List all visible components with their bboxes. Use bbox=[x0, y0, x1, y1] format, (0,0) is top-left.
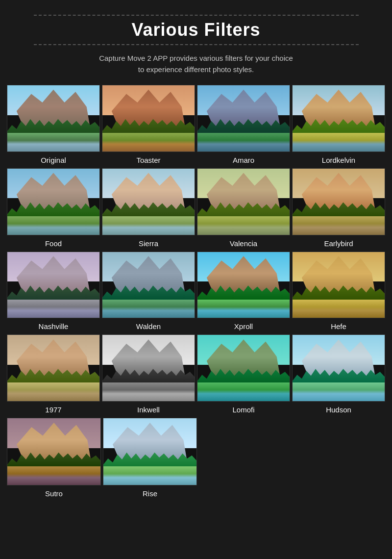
filter-thumbnail-hefe bbox=[292, 252, 385, 319]
filter-label-1977: 1977 bbox=[7, 402, 100, 418]
filter-grid-row4: 1977 Inkwell L bbox=[5, 334, 387, 418]
filter-label-earlybird: Earlybird bbox=[292, 235, 385, 252]
subtitle: Capture Move 2 APP provides various filt… bbox=[5, 53, 387, 75]
scene-valencia bbox=[197, 169, 290, 235]
filter-label-valencia: Valencia bbox=[197, 235, 290, 252]
ground-toaster bbox=[102, 133, 195, 152]
filter-item-nashville: Nashville bbox=[7, 252, 100, 335]
filter-item-sierra: Sierra bbox=[102, 168, 195, 252]
filter-item-lomofi: Lomofi bbox=[197, 334, 290, 418]
scene-1977 bbox=[7, 335, 99, 401]
filter-label-toaster: Toaster bbox=[102, 152, 195, 168]
filter-thumbnail-sierra bbox=[102, 168, 195, 235]
filter-label-lomofi: Lomofi bbox=[197, 402, 290, 418]
filter-thumbnail-amaro bbox=[197, 85, 290, 152]
filter-grid-row3: Nashville Walden bbox=[5, 252, 387, 335]
page-container: Various Filters Capture Move 2 APP provi… bbox=[0, 0, 392, 516]
filter-thumbnail-nashville bbox=[7, 252, 100, 319]
filter-thumbnail-rise bbox=[103, 418, 197, 485]
header-section: Various Filters Capture Move 2 APP provi… bbox=[5, 15, 387, 75]
filter-label-food: Food bbox=[7, 235, 100, 252]
ground-lordkelvin bbox=[293, 133, 385, 152]
scene-amaro bbox=[197, 85, 290, 152]
ground-hefe bbox=[293, 300, 385, 318]
filter-item-toaster: Toaster bbox=[102, 85, 195, 168]
ground-amaro bbox=[197, 133, 290, 152]
filter-item-original: Original bbox=[7, 85, 100, 168]
scene-hudson bbox=[293, 335, 385, 401]
ground-original bbox=[7, 133, 99, 152]
filter-thumbnail-hudson bbox=[292, 334, 385, 402]
scene-inkwell bbox=[102, 335, 195, 401]
ground-rise bbox=[103, 466, 196, 485]
filter-thumbnail-valencia bbox=[197, 168, 290, 235]
scene-toaster bbox=[102, 85, 195, 152]
ground-xproll bbox=[197, 300, 290, 318]
filter-label-original: Original bbox=[7, 152, 100, 168]
filter-thumbnail-sutro bbox=[7, 418, 101, 485]
scene-lomofi bbox=[197, 335, 290, 401]
filter-thumbnail-inkwell bbox=[102, 334, 195, 402]
ground-walden bbox=[102, 300, 195, 318]
scene-earlybird bbox=[293, 169, 385, 235]
filter-label-nashville: Nashville bbox=[7, 318, 100, 334]
filter-item-sutro: Sutro bbox=[7, 418, 101, 502]
filter-label-xproll: Xproll bbox=[197, 318, 290, 334]
filter-thumbnail-lomofi bbox=[197, 334, 290, 402]
filter-item-lordkelvin: Lordkelvin bbox=[292, 85, 385, 168]
scene-sutro bbox=[7, 418, 100, 485]
filter-thumbnail-original bbox=[7, 85, 100, 152]
filter-item-food: Food bbox=[7, 168, 100, 252]
ground-sierra bbox=[102, 216, 195, 235]
filter-thumbnail-walden bbox=[102, 252, 195, 319]
filter-label-walden: Walden bbox=[102, 318, 195, 334]
scene-xproll bbox=[197, 252, 290, 318]
filter-label-sutro: Sutro bbox=[7, 485, 101, 502]
filter-item-hefe: Hefe bbox=[292, 252, 385, 335]
filter-grid-row1: Original Toaster bbox=[5, 85, 387, 168]
filter-thumbnail-lordkelvin bbox=[292, 85, 385, 152]
filter-item-xproll: Xproll bbox=[197, 252, 290, 335]
filter-item-earlybird: Earlybird bbox=[292, 168, 385, 252]
ground-valencia bbox=[197, 216, 290, 235]
filter-grid-row5: Sutro Rise bbox=[5, 418, 387, 502]
subtitle-line1: Capture Move 2 APP provides various filt… bbox=[99, 54, 293, 62]
filter-thumbnail-earlybird bbox=[292, 168, 385, 235]
scene-walden bbox=[102, 252, 195, 318]
filter-label-lordkelvin: Lordkelvin bbox=[292, 152, 385, 168]
dashed-line-bottom bbox=[34, 44, 359, 45]
dashed-line-top bbox=[34, 15, 359, 16]
filter-item-1977: 1977 bbox=[7, 334, 100, 418]
scene-rise bbox=[103, 418, 196, 485]
scene-hefe bbox=[293, 252, 385, 318]
filter-thumbnail-xproll bbox=[197, 252, 290, 319]
filter-thumbnail-food bbox=[7, 168, 100, 235]
filter-label-amaro: Amaro bbox=[197, 152, 290, 168]
filter-grid-row2: Food Sierra Va bbox=[5, 168, 387, 252]
ground-hudson bbox=[293, 382, 385, 401]
scene-original bbox=[7, 85, 99, 152]
ground-food bbox=[7, 216, 99, 235]
ground-lomofi bbox=[197, 382, 290, 401]
filter-item-inkwell: Inkwell bbox=[102, 334, 195, 418]
filter-item-hudson: Hudson bbox=[292, 334, 385, 418]
ground-inkwell bbox=[102, 382, 195, 401]
filter-label-sierra: Sierra bbox=[102, 235, 195, 252]
ground-sutro bbox=[7, 466, 100, 485]
filter-label-rise: Rise bbox=[103, 485, 197, 502]
scene-nashville bbox=[7, 252, 99, 318]
ground-1977 bbox=[7, 382, 99, 401]
ground-nashville bbox=[7, 300, 99, 318]
filter-label-hudson: Hudson bbox=[292, 402, 385, 418]
filter-label-hefe: Hefe bbox=[292, 318, 385, 334]
filter-item-valencia: Valencia bbox=[197, 168, 290, 252]
subtitle-line2: to experience different photo styles. bbox=[138, 65, 254, 74]
filter-item-amaro: Amaro bbox=[197, 85, 290, 168]
ground-earlybird bbox=[293, 216, 385, 235]
filter-thumbnail-toaster bbox=[102, 85, 195, 152]
filter-item-rise: Rise bbox=[103, 418, 197, 502]
scene-sierra bbox=[102, 169, 195, 235]
filter-item-walden: Walden bbox=[102, 252, 195, 335]
filter-label-inkwell: Inkwell bbox=[102, 402, 195, 418]
scene-food bbox=[7, 169, 99, 235]
